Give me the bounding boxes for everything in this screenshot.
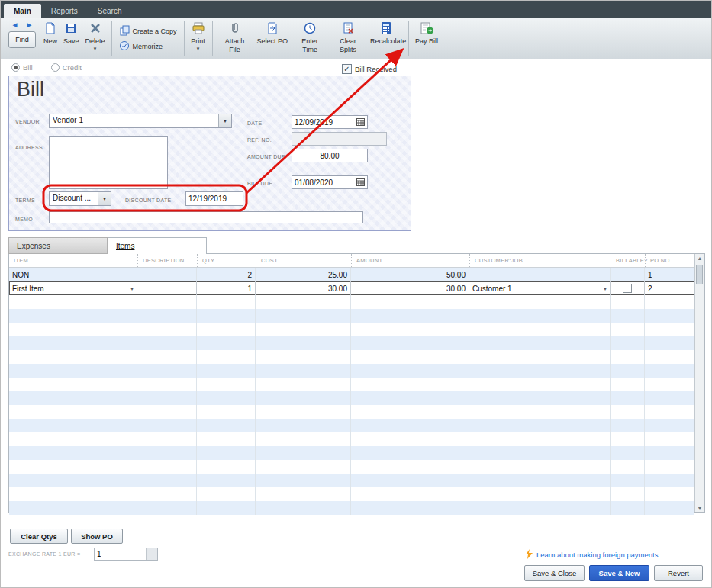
save-button[interactable]: Save xyxy=(60,20,82,58)
empty-cell[interactable] xyxy=(137,364,197,378)
empty-table-row[interactable] xyxy=(9,364,694,378)
terms-dropdown-icon[interactable]: ▾ xyxy=(98,192,111,205)
empty-cell[interactable] xyxy=(645,460,694,474)
create-copy-button[interactable]: Create a Copy xyxy=(119,25,177,37)
empty-cell[interactable] xyxy=(197,309,256,323)
credit-radio[interactable]: Credit xyxy=(51,63,82,72)
empty-cell[interactable] xyxy=(256,432,351,446)
memo-field[interactable] xyxy=(49,211,363,223)
empty-cell[interactable] xyxy=(351,350,469,364)
empty-table-row[interactable] xyxy=(9,474,694,487)
empty-table-row[interactable] xyxy=(9,295,694,309)
empty-cell[interactable] xyxy=(351,295,469,309)
empty-table-row[interactable] xyxy=(9,501,694,515)
show-po-button[interactable]: Show PO xyxy=(71,529,123,544)
empty-cell[interactable] xyxy=(9,309,137,323)
exchange-rate-input[interactable] xyxy=(95,548,146,560)
empty-cell[interactable] xyxy=(469,364,611,378)
empty-cell[interactable] xyxy=(137,460,197,474)
empty-cell[interactable] xyxy=(137,336,197,350)
forward-arrow-icon[interactable]: ► xyxy=(26,21,34,29)
empty-cell[interactable] xyxy=(197,364,256,378)
date-field[interactable]: 12/09/2019 xyxy=(292,115,368,129)
empty-cell[interactable] xyxy=(351,432,469,446)
empty-cell[interactable] xyxy=(197,419,256,432)
empty-cell[interactable] xyxy=(256,446,351,460)
amount-due-field[interactable] xyxy=(292,149,368,162)
description-cell[interactable] xyxy=(137,281,197,295)
empty-cell[interactable] xyxy=(137,474,197,487)
amount-cell[interactable]: 50.00 xyxy=(351,268,469,281)
empty-cell[interactable] xyxy=(469,501,611,515)
empty-cell[interactable] xyxy=(197,474,256,487)
billable-cell[interactable] xyxy=(611,281,645,295)
empty-cell[interactable] xyxy=(137,487,197,501)
empty-cell[interactable] xyxy=(611,419,645,432)
vendor-combobox[interactable]: Vendor 1 ▾ xyxy=(49,114,232,128)
empty-table-row[interactable] xyxy=(9,419,694,432)
empty-cell[interactable] xyxy=(256,474,351,487)
empty-cell[interactable] xyxy=(197,391,256,405)
empty-cell[interactable] xyxy=(197,336,256,350)
ref-no-field[interactable] xyxy=(292,132,387,146)
empty-cell[interactable] xyxy=(9,378,137,391)
empty-cell[interactable] xyxy=(351,364,469,378)
select-po-button[interactable]: Select PO xyxy=(254,20,292,58)
po-no-cell[interactable]: 2 xyxy=(645,281,694,295)
empty-table-row[interactable] xyxy=(9,350,694,364)
empty-cell[interactable] xyxy=(137,309,197,323)
tab-expenses[interactable]: Expenses xyxy=(8,237,108,254)
empty-cell[interactable] xyxy=(611,391,645,405)
find-button[interactable]: Find xyxy=(8,31,36,48)
revert-button[interactable]: Revert xyxy=(654,565,703,581)
save-close-button[interactable]: Save & Close xyxy=(524,565,585,581)
qty-cell[interactable]: 2 xyxy=(197,268,256,281)
empty-table-row[interactable] xyxy=(9,487,694,501)
empty-cell[interactable] xyxy=(645,446,694,460)
discount-date-field[interactable] xyxy=(185,191,243,206)
tab-items[interactable]: Items xyxy=(108,237,207,254)
amount-cell[interactable]: 30.00 xyxy=(351,281,469,295)
empty-cell[interactable] xyxy=(351,501,469,515)
empty-cell[interactable] xyxy=(256,405,351,419)
empty-table-row[interactable] xyxy=(9,432,694,446)
empty-cell[interactable] xyxy=(351,405,469,419)
empty-table-row[interactable] xyxy=(9,391,694,405)
empty-table-row[interactable] xyxy=(9,446,694,460)
empty-cell[interactable] xyxy=(469,474,611,487)
col-header-amount[interactable]: AMOUNT xyxy=(351,254,469,267)
enter-time-button[interactable]: Enter Time xyxy=(291,20,329,58)
empty-cell[interactable] xyxy=(197,378,256,391)
empty-cell[interactable] xyxy=(256,323,351,336)
pay-bill-button[interactable]: Pay Bill xyxy=(412,20,441,58)
clear-splits-button[interactable]: Clear Splits xyxy=(329,20,367,58)
calendar-icon[interactable] xyxy=(356,178,365,188)
empty-cell[interactable] xyxy=(645,391,694,405)
empty-cell[interactable] xyxy=(137,432,197,446)
empty-cell[interactable] xyxy=(469,336,611,350)
empty-cell[interactable] xyxy=(611,323,645,336)
clear-qtys-button[interactable]: Clear Qtys xyxy=(10,529,68,544)
cost-cell[interactable]: 30.00 xyxy=(256,281,351,295)
empty-cell[interactable] xyxy=(469,446,611,460)
col-header-qty[interactable]: QTY xyxy=(197,254,256,267)
empty-cell[interactable] xyxy=(197,501,256,515)
empty-cell[interactable] xyxy=(9,295,137,309)
empty-cell[interactable] xyxy=(9,446,137,460)
empty-cell[interactable] xyxy=(645,487,694,501)
empty-cell[interactable] xyxy=(9,501,137,515)
empty-cell[interactable] xyxy=(351,391,469,405)
empty-cell[interactable] xyxy=(645,336,694,350)
table-row-selected[interactable]: First Item ▾ 1 30.00 30.00 Customer 1 ▾ … xyxy=(9,281,694,295)
empty-cell[interactable] xyxy=(9,460,137,474)
empty-cell[interactable] xyxy=(611,460,645,474)
empty-cell[interactable] xyxy=(611,432,645,446)
bill-radio[interactable]: Bill xyxy=(11,63,33,72)
scrollbar-thumb[interactable] xyxy=(696,265,703,284)
empty-cell[interactable] xyxy=(469,295,611,309)
empty-cell[interactable] xyxy=(611,487,645,501)
empty-cell[interactable] xyxy=(137,391,197,405)
empty-cell[interactable] xyxy=(256,419,351,432)
empty-cell[interactable] xyxy=(197,460,256,474)
tab-search[interactable]: Search xyxy=(88,4,132,18)
